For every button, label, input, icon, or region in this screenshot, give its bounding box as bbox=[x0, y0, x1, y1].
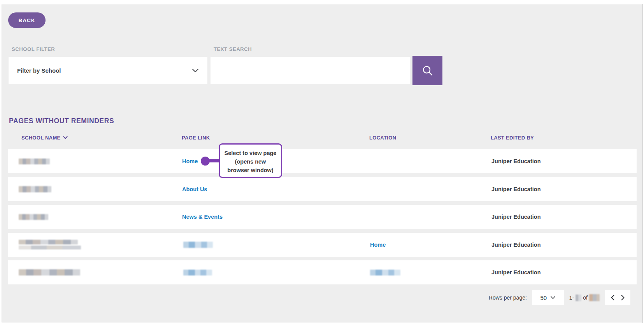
table-row: Home Juniper Education bbox=[8, 149, 637, 173]
location-link[interactable]: Home bbox=[370, 242, 386, 248]
tooltip-text-line: Select to view page bbox=[220, 149, 281, 157]
tooltip-text-line: (opens new bbox=[220, 157, 281, 166]
chevron-down-icon bbox=[192, 68, 199, 73]
page-link[interactable]: News & Events bbox=[182, 214, 223, 220]
range-separator: of bbox=[583, 295, 588, 301]
redacted-school-name bbox=[19, 269, 80, 275]
table-row: About Us Juniper Education bbox=[8, 177, 637, 201]
pagination-range: 1- of bbox=[569, 294, 600, 301]
column-header-school-name[interactable]: SCHOOL NAME bbox=[8, 135, 182, 141]
column-header-location: LOCATION bbox=[369, 135, 491, 141]
tooltip-text-line: browser window) bbox=[220, 166, 281, 174]
school-filter-value: Filter by School bbox=[17, 67, 61, 74]
chevron-right-icon bbox=[621, 295, 625, 301]
redacted-school-name bbox=[19, 246, 81, 249]
table-row: Home Juniper Education bbox=[8, 233, 637, 257]
school-filter-dropdown[interactable]: Filter by School bbox=[9, 57, 207, 84]
page-container: BACK SCHOOL FILTER TEXT SEARCH Filter by… bbox=[1, 4, 642, 323]
pagination-bar: Rows per page: 50 1- of bbox=[489, 290, 630, 305]
column-header-page-link: PAGE LINK bbox=[182, 135, 369, 141]
search-button[interactable] bbox=[412, 56, 442, 85]
redacted-school-name bbox=[19, 214, 48, 220]
rows-per-page-label: Rows per page: bbox=[489, 295, 527, 301]
tooltip-callout: Select to view page (opens new browser w… bbox=[219, 143, 282, 178]
magnifier-icon bbox=[422, 65, 433, 77]
table-body: Home Juniper Education About Us Juniper … bbox=[8, 149, 637, 288]
back-button[interactable]: BACK bbox=[8, 12, 46, 28]
pagination-arrows bbox=[605, 290, 630, 305]
callout-connector-dot bbox=[201, 157, 210, 166]
column-header-school-name-label: SCHOOL NAME bbox=[21, 135, 61, 141]
last-edited-by-value: Juniper Education bbox=[491, 269, 541, 275]
page-link[interactable]: Home bbox=[182, 158, 198, 164]
column-header-last-edited-by: LAST EDITED BY bbox=[491, 135, 637, 141]
last-edited-by-value: Juniper Education bbox=[491, 214, 541, 220]
rows-per-page-value: 50 bbox=[540, 295, 547, 301]
rows-per-page-select[interactable]: 50 bbox=[532, 290, 564, 305]
table-row: News & Events Juniper Education bbox=[8, 205, 637, 229]
text-search-input[interactable] bbox=[211, 57, 410, 84]
range-start: 1- bbox=[569, 295, 574, 301]
text-search-label: TEXT SEARCH bbox=[214, 46, 252, 52]
redacted-location-link[interactable] bbox=[370, 270, 400, 275]
table-row: Juniper Education bbox=[8, 260, 637, 284]
chevron-left-icon bbox=[611, 295, 615, 301]
redacted-school-name bbox=[19, 240, 78, 244]
last-edited-by-value: Juniper Education bbox=[491, 242, 541, 248]
redacted-school-name bbox=[19, 186, 51, 192]
redacted-page-link[interactable] bbox=[183, 242, 213, 248]
next-page-button[interactable] bbox=[621, 295, 625, 301]
redacted-page-link[interactable] bbox=[183, 270, 212, 275]
table-header-row: SCHOOL NAME PAGE LINK LOCATION LAST EDIT… bbox=[8, 135, 637, 141]
page-link[interactable]: About Us bbox=[182, 186, 207, 192]
page-title: PAGES WITHOUT REMINDERS bbox=[9, 117, 114, 125]
sort-chevron-down-icon bbox=[63, 136, 68, 139]
redacted-range-end bbox=[576, 295, 581, 301]
school-filter-label: SCHOOL FILTER bbox=[12, 46, 55, 52]
last-edited-by-value: Juniper Education bbox=[491, 186, 541, 192]
chevron-down-icon bbox=[550, 296, 556, 300]
last-edited-by-value: Juniper Education bbox=[491, 158, 541, 164]
redacted-school-name bbox=[19, 159, 50, 164]
redacted-range-total bbox=[589, 294, 600, 301]
previous-page-button[interactable] bbox=[611, 295, 615, 301]
